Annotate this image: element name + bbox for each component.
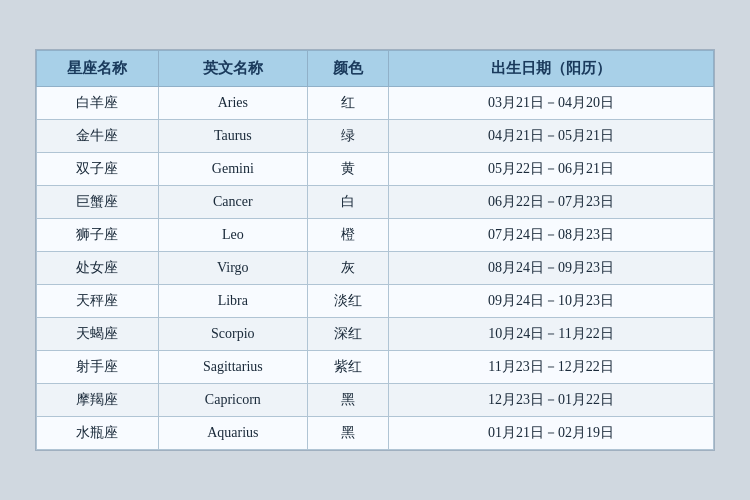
header-date: 出生日期（阳历） xyxy=(389,51,714,87)
cell-english: Aries xyxy=(158,87,307,120)
cell-color: 红 xyxy=(307,87,388,120)
table-row: 天秤座Libra淡红09月24日－10月23日 xyxy=(37,285,714,318)
cell-chinese: 处女座 xyxy=(37,252,159,285)
cell-color: 紫红 xyxy=(307,351,388,384)
cell-chinese: 金牛座 xyxy=(37,120,159,153)
cell-color: 黄 xyxy=(307,153,388,186)
zodiac-table: 星座名称 英文名称 颜色 出生日期（阳历） 白羊座Aries红03月21日－04… xyxy=(36,50,714,450)
table-row: 狮子座Leo橙07月24日－08月23日 xyxy=(37,219,714,252)
zodiac-table-container: 星座名称 英文名称 颜色 出生日期（阳历） 白羊座Aries红03月21日－04… xyxy=(35,49,715,451)
cell-chinese: 摩羯座 xyxy=(37,384,159,417)
header-chinese: 星座名称 xyxy=(37,51,159,87)
cell-chinese: 白羊座 xyxy=(37,87,159,120)
cell-english: Leo xyxy=(158,219,307,252)
cell-color: 白 xyxy=(307,186,388,219)
table-row: 白羊座Aries红03月21日－04月20日 xyxy=(37,87,714,120)
cell-date: 09月24日－10月23日 xyxy=(389,285,714,318)
cell-date: 10月24日－11月22日 xyxy=(389,318,714,351)
cell-date: 05月22日－06月21日 xyxy=(389,153,714,186)
cell-english: Libra xyxy=(158,285,307,318)
cell-chinese: 双子座 xyxy=(37,153,159,186)
cell-color: 深红 xyxy=(307,318,388,351)
cell-chinese: 狮子座 xyxy=(37,219,159,252)
cell-date: 04月21日－05月21日 xyxy=(389,120,714,153)
cell-english: Taurus xyxy=(158,120,307,153)
cell-color: 绿 xyxy=(307,120,388,153)
cell-english: Gemini xyxy=(158,153,307,186)
cell-date: 12月23日－01月22日 xyxy=(389,384,714,417)
table-row: 天蝎座Scorpio深红10月24日－11月22日 xyxy=(37,318,714,351)
cell-english: Virgo xyxy=(158,252,307,285)
table-header-row: 星座名称 英文名称 颜色 出生日期（阳历） xyxy=(37,51,714,87)
cell-date: 01月21日－02月19日 xyxy=(389,417,714,450)
cell-english: Capricorn xyxy=(158,384,307,417)
header-color: 颜色 xyxy=(307,51,388,87)
cell-chinese: 射手座 xyxy=(37,351,159,384)
table-row: 射手座Sagittarius紫红11月23日－12月22日 xyxy=(37,351,714,384)
table-row: 巨蟹座Cancer白06月22日－07月23日 xyxy=(37,186,714,219)
cell-english: Aquarius xyxy=(158,417,307,450)
cell-chinese: 天秤座 xyxy=(37,285,159,318)
cell-english: Cancer xyxy=(158,186,307,219)
cell-chinese: 天蝎座 xyxy=(37,318,159,351)
cell-date: 06月22日－07月23日 xyxy=(389,186,714,219)
header-english: 英文名称 xyxy=(158,51,307,87)
cell-english: Sagittarius xyxy=(158,351,307,384)
cell-color: 橙 xyxy=(307,219,388,252)
cell-color: 淡红 xyxy=(307,285,388,318)
cell-chinese: 巨蟹座 xyxy=(37,186,159,219)
cell-date: 11月23日－12月22日 xyxy=(389,351,714,384)
table-body: 白羊座Aries红03月21日－04月20日金牛座Taurus绿04月21日－0… xyxy=(37,87,714,450)
cell-english: Scorpio xyxy=(158,318,307,351)
cell-color: 黑 xyxy=(307,384,388,417)
table-row: 金牛座Taurus绿04月21日－05月21日 xyxy=(37,120,714,153)
cell-date: 03月21日－04月20日 xyxy=(389,87,714,120)
table-row: 水瓶座Aquarius黑01月21日－02月19日 xyxy=(37,417,714,450)
table-row: 摩羯座Capricorn黑12月23日－01月22日 xyxy=(37,384,714,417)
cell-date: 08月24日－09月23日 xyxy=(389,252,714,285)
cell-color: 灰 xyxy=(307,252,388,285)
cell-date: 07月24日－08月23日 xyxy=(389,219,714,252)
cell-chinese: 水瓶座 xyxy=(37,417,159,450)
table-row: 双子座Gemini黄05月22日－06月21日 xyxy=(37,153,714,186)
cell-color: 黑 xyxy=(307,417,388,450)
table-row: 处女座Virgo灰08月24日－09月23日 xyxy=(37,252,714,285)
